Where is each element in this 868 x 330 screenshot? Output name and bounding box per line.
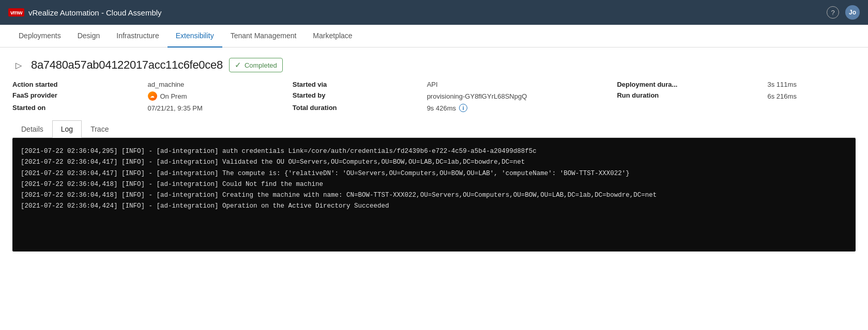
tab-log[interactable]: Log [52, 120, 82, 138]
vmw-logo-icon: vmw [8, 8, 24, 17]
nav-item-infrastructure[interactable]: Infrastructure [108, 25, 167, 48]
play-icon: ▷ [12, 59, 25, 71]
started-on-value: 07/21/21, 9:35 PM [148, 104, 262, 112]
nav-item-marketplace[interactable]: Marketplace [304, 25, 360, 48]
deployment-duration-value: 3s 111ms [768, 81, 856, 88]
deployment-duration-label: Deployment dura... [617, 81, 736, 88]
log-area: [2021-07-22 02:36:04,295] [INFO] - [ad-i… [12, 138, 856, 252]
topbar-actions: ? Jo [827, 5, 860, 20]
main-nav: Deployments Design Infrastructure Extens… [0, 25, 868, 48]
check-icon: ✓ [235, 60, 241, 70]
page-title: 8a7480a57ab04122017acc11c6fe0ce8 [31, 58, 223, 72]
faas-provider-label: FaaS provider [12, 91, 117, 101]
action-started-label: Action started [12, 81, 117, 88]
page-header: ▷ 8a7480a57ab04122017acc11c6fe0ce8 ✓ Com… [12, 58, 856, 72]
nav-item-extensibility[interactable]: Extensibility [167, 25, 222, 48]
page-content: ▷ 8a7480a57ab04122017acc11c6fe0ce8 ✓ Com… [0, 48, 868, 262]
run-duration-label: Run duration [617, 91, 736, 101]
action-started-value: ad_machine [148, 81, 262, 88]
user-avatar[interactable]: Jo [845, 5, 860, 20]
total-duration-label: Total duration [293, 104, 396, 112]
total-duration-value: 9s 426ms i [427, 104, 586, 112]
faas-provider-value: ☁ On Prem [148, 91, 262, 101]
tab-trace[interactable]: Trace [82, 120, 117, 138]
help-icon[interactable]: ? [827, 6, 839, 19]
total-duration-info-icon[interactable]: i [459, 104, 467, 112]
started-via-label: Started via [293, 81, 396, 88]
topbar: vmw vRealize Automation - Cloud Assembly… [0, 0, 868, 25]
started-by-label: Started by [293, 91, 396, 101]
started-on-label: Started on [12, 104, 117, 112]
tabs-bar: Details Log Trace [12, 120, 856, 138]
nav-item-design[interactable]: Design [69, 25, 109, 48]
nav-item-tenant-management[interactable]: Tenant Management [222, 25, 305, 48]
started-via-value: API [427, 81, 586, 88]
status-badge: ✓ Completed [229, 58, 283, 72]
status-label: Completed [245, 61, 277, 69]
tab-details[interactable]: Details [12, 120, 52, 138]
started-by-value: provisioning-GY8flGYrL68SNpgQ [427, 91, 586, 101]
nav-item-deployments[interactable]: Deployments [10, 25, 69, 48]
metadata-grid: Action started ad_machine Started via AP… [12, 81, 856, 112]
faas-icon: ☁ [148, 91, 157, 101]
app-logo: vmw vRealize Automation - Cloud Assembly [8, 8, 827, 17]
app-title: vRealize Automation - Cloud Assembly [28, 8, 162, 17]
run-duration-value: 6s 216ms [768, 91, 856, 101]
